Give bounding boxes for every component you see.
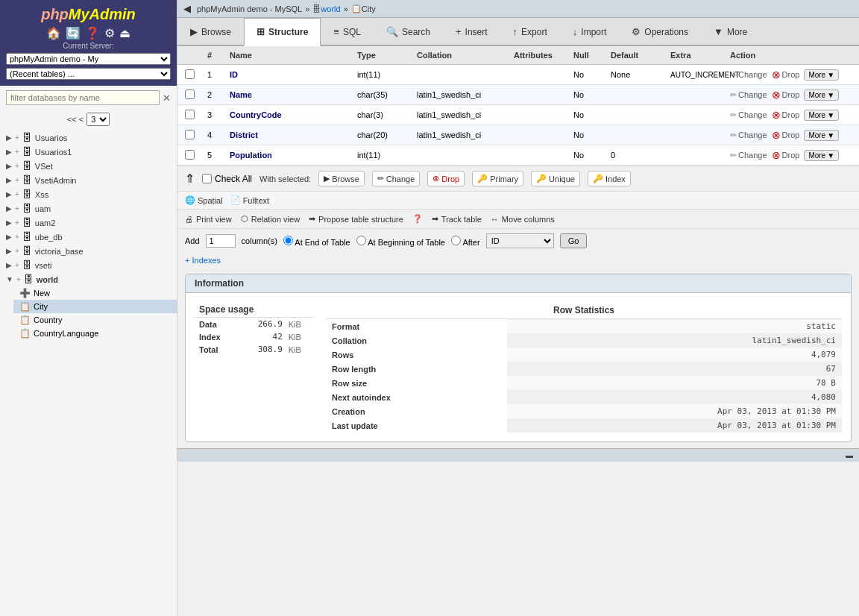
tab-import[interactable]: ↓ Import — [560, 18, 620, 45]
expand-btn-usuarios[interactable]: ▶ — [6, 133, 12, 142]
row-checkbox[interactable] — [185, 130, 195, 139]
filter-clear-button[interactable]: ✕ — [163, 92, 171, 104]
sidebar-db-world[interactable]: ▼+🗄world — [0, 272, 177, 286]
drop-link[interactable]: ⊗ Drop — [772, 69, 800, 81]
drop-link[interactable]: ⊗ Drop — [772, 129, 800, 141]
sidebar-db-vsetiadmin[interactable]: ▶+🗄VsetiAdmin — [0, 173, 177, 187]
row-checkbox[interactable] — [185, 89, 195, 99]
move-columns-link[interactable]: ↔ Move columns — [491, 215, 555, 224]
tab-search[interactable]: 🔍 Search — [374, 18, 443, 45]
change-link[interactable]: ✏ Change — [730, 70, 767, 80]
check-all-checkbox[interactable] — [202, 174, 212, 183]
sidebar-table-countrylanguage[interactable]: 📋CountryLanguage — [13, 327, 177, 340]
help-link[interactable]: ❓ — [412, 214, 423, 224]
change-link[interactable]: ✏ Change — [730, 131, 767, 140]
more-dropdown[interactable]: More ▼ — [804, 110, 839, 121]
row-checkbox[interactable] — [185, 150, 195, 160]
sidebar-db-xss[interactable]: ▶+🗄Xss — [0, 187, 177, 201]
drop-link[interactable]: ⊗ Drop — [772, 149, 800, 161]
tab-more[interactable]: ▼ More — [701, 18, 760, 45]
db-icon: 🗄 — [22, 146, 32, 157]
sidebar-db-uam2[interactable]: ▶+🗄uam2 — [0, 216, 177, 230]
print-view-link[interactable]: 🖨 Print view — [185, 215, 232, 224]
expand-btn-vset[interactable]: ▶ — [6, 162, 12, 170]
insert-icon: + — [456, 26, 462, 37]
change-link[interactable]: ✏ Change — [730, 151, 767, 160]
more-dropdown[interactable]: More ▼ — [804, 150, 839, 161]
more-dropdown[interactable]: More ▼ — [804, 130, 839, 141]
expand-btn-world[interactable]: ▼ — [6, 275, 13, 283]
sidebar-db-ube_db[interactable]: ▶+🗄ube_db — [0, 230, 177, 244]
row-action: ✏ Change ⊗ Drop More ▼ — [727, 148, 855, 163]
stats-value: 67 — [507, 362, 842, 376]
breadcrumb-db[interactable]: world — [321, 4, 340, 13]
primary-button[interactable]: 🔑 Primary — [472, 171, 523, 186]
row-type: int(11) — [354, 149, 414, 161]
recent-tables-select[interactable]: (Recent tables) ... — [6, 68, 171, 80]
sidebar-db-vseti[interactable]: ▶+🗄vseti — [0, 258, 177, 272]
change-link[interactable]: ✏ Change — [730, 110, 767, 120]
table-row: 1 ID int(11) No None AUTO_INCREMENT ✏ Ch… — [177, 65, 859, 85]
check-all-area: Check All — [202, 174, 252, 184]
change-selected-button[interactable]: ✏ Change — [372, 171, 421, 186]
after-column-select[interactable]: ID Name CountryCode District Population — [486, 233, 554, 248]
back-arrow[interactable]: ◀ — [183, 3, 191, 14]
propose-structure-link[interactable]: ➡ Propose table structure — [309, 214, 403, 224]
expand-btn-uam2[interactable]: ▶ — [6, 219, 12, 227]
tab-browse[interactable]: ▶ Browse — [177, 18, 244, 45]
settings-icon[interactable]: ⚙ — [104, 26, 115, 40]
expand-btn-ube_db[interactable]: ▶ — [6, 233, 12, 241]
sidebar-db-vset[interactable]: ▶+🗄VSet — [0, 159, 177, 173]
drop-selected-button[interactable]: ⊗ Drop — [427, 171, 465, 186]
logout-icon[interactable]: ⏏ — [119, 26, 130, 40]
row-checkbox[interactable] — [185, 69, 195, 79]
indexes-link[interactable]: + Indexes — [185, 256, 221, 265]
help-icon[interactable]: ❓ — [85, 26, 100, 40]
sidebar-db-usuarios[interactable]: ▶+🗄Usuarios — [0, 131, 177, 145]
spatial-button[interactable]: 🌐 Spatial — [185, 195, 223, 205]
row-checkbox[interactable] — [185, 110, 195, 119]
add-count-input[interactable] — [206, 234, 236, 248]
sidebar-table-new[interactable]: ➕New — [13, 286, 177, 300]
sidebar-table-city[interactable]: 📋City — [13, 300, 177, 313]
filter-input[interactable] — [6, 90, 160, 105]
drop-link[interactable]: ⊗ Drop — [772, 109, 800, 121]
index-button[interactable]: 🔑 Index — [588, 171, 631, 186]
after-radio[interactable] — [451, 236, 461, 245]
more-dropdown[interactable]: More ▼ — [804, 69, 839, 81]
tab-operations[interactable]: ⚙ Operations — [619, 18, 701, 45]
at-beginning-radio[interactable] — [356, 236, 366, 245]
more-dropdown[interactable]: More ▼ — [804, 89, 839, 101]
browse-selected-button[interactable]: ▶ Browse — [318, 171, 365, 186]
tab-export[interactable]: ↑ Export — [500, 18, 560, 45]
tab-structure[interactable]: ⊞ Structure — [244, 18, 321, 46]
unique-button[interactable]: 🔑 Unique — [531, 171, 580, 186]
sidebar-db-victoria_base[interactable]: ▶+🗄victoria_base — [0, 244, 177, 258]
pagination-prev[interactable]: << < — [67, 115, 84, 124]
collapse-icon[interactable]: ▬ — [846, 451, 853, 459]
pagination-page-select[interactable]: 3 — [86, 113, 110, 126]
relation-view-link[interactable]: ⬡ Relation view — [241, 214, 300, 224]
expand-btn-vsetiadmin[interactable]: ▶ — [6, 176, 12, 184]
row-checkbox-cell — [182, 68, 204, 82]
pencil-icon: ✏ — [730, 131, 737, 140]
track-table-link[interactable]: ➡ Track table — [432, 214, 482, 224]
expand-btn-victoria_base[interactable]: ▶ — [6, 247, 12, 255]
expand-btn-xss[interactable]: ▶ — [6, 190, 12, 198]
expand-btn-uam[interactable]: ▶ — [6, 204, 12, 213]
home-icon[interactable]: 🏠 — [46, 26, 61, 40]
server-select[interactable]: phpMyAdmin demo - My — [6, 53, 171, 65]
sidebar-db-uam[interactable]: ▶+🗄uam — [0, 201, 177, 216]
refresh-icon[interactable]: 🔄 — [66, 26, 81, 40]
fulltext-button[interactable]: 📄 Fulltext — [230, 195, 269, 205]
expand-btn-usuarios1[interactable]: ▶ — [6, 148, 12, 156]
go-button[interactable]: Go — [560, 233, 588, 248]
sidebar-db-usuarios1[interactable]: ▶+🗄Usuarios1 — [0, 145, 177, 159]
sidebar-table-country[interactable]: 📋Country — [13, 313, 177, 327]
expand-btn-vseti[interactable]: ▶ — [6, 261, 12, 269]
tab-sql[interactable]: ≡ SQL — [321, 18, 374, 45]
at-end-radio[interactable] — [283, 236, 293, 245]
change-link[interactable]: ✏ Change — [730, 90, 767, 100]
tab-insert[interactable]: + Insert — [443, 18, 500, 45]
drop-link[interactable]: ⊗ Drop — [772, 89, 800, 101]
